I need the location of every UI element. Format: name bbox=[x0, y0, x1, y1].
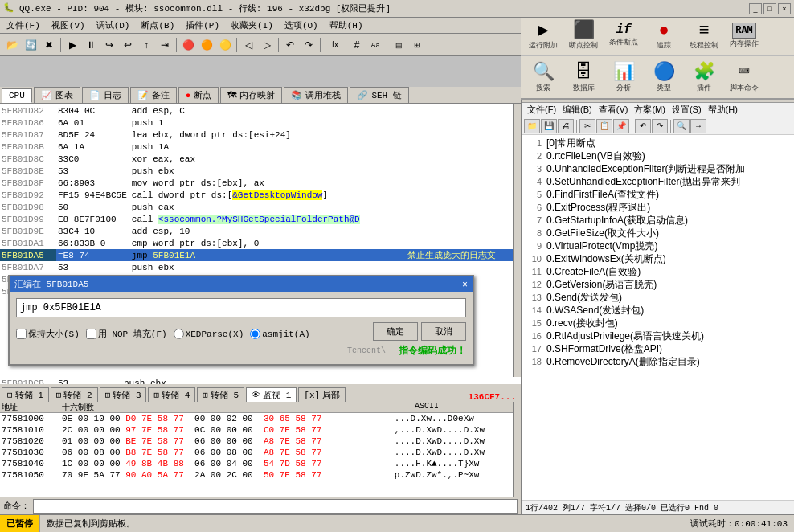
np-menu-scheme[interactable]: 方案(M) bbox=[631, 103, 669, 117]
bottom-tab-dump2[interactable]: ⊞ 转储 2 bbox=[51, 387, 98, 402]
np-menu-view[interactable]: 查看(V) bbox=[596, 103, 632, 117]
table-row[interactable]: 77581030 06 00 08 00 B8 7E 58 77 06 00 0… bbox=[0, 447, 513, 458]
btn-analyze[interactable]: 📊 分析 bbox=[604, 59, 643, 96]
dialog-cancel-button[interactable]: 取消 bbox=[421, 322, 466, 341]
table-row[interactable]: 77581050 70 9E 5A 77 90 A0 5A 77 2A 00 2… bbox=[0, 469, 513, 481]
nop-fill-checkbox[interactable] bbox=[86, 329, 96, 339]
tencent-note: Tencent\ bbox=[347, 346, 386, 355]
btn-script[interactable]: ⌨ 脚本命令 bbox=[725, 59, 763, 96]
table-row[interactable]: 5FB01D98 50 push eax bbox=[0, 201, 513, 213]
np-tb-find[interactable]: 🔍 bbox=[673, 119, 690, 133]
btn-search[interactable]: 🔍 搜索 bbox=[524, 59, 563, 96]
bottom-tab-locals[interactable]: [x] 局部 bbox=[298, 387, 346, 402]
dc-hex: 83C4 10 bbox=[56, 225, 129, 237]
np-menu-file[interactable]: 文件(F) bbox=[524, 103, 559, 117]
table-row[interactable]: 5FB01D8F 66:8903 mov word ptr ds:[ebx], … bbox=[0, 177, 513, 189]
table-row[interactable]: 77581010 2C 00 00 00 97 7E 58 77 0C 00 0… bbox=[0, 424, 513, 436]
cpu-tab-label: CPU bbox=[9, 91, 25, 100]
hex-scrollbar[interactable] bbox=[513, 402, 521, 497]
np-tb-save[interactable]: 💾 bbox=[541, 119, 557, 133]
tab-seh[interactable]: 🔗 SEH 链 bbox=[350, 87, 408, 103]
command-input[interactable] bbox=[33, 499, 518, 514]
btn-type[interactable]: 🔵 类型 bbox=[645, 59, 683, 96]
btn-trace[interactable]: ● 追踪 bbox=[645, 20, 683, 53]
table-row[interactable]: 5FB01D86 6A 01 push 1 bbox=[0, 117, 513, 129]
table-row[interactable]: 77581000 0E 00 10 00 D0 7E 58 77 00 00 0… bbox=[0, 413, 513, 424]
table-row[interactable]: 77581040 1C 00 00 00 49 8B 4B 88 06 00 0… bbox=[0, 458, 513, 469]
keep-size-checkbox[interactable] bbox=[16, 329, 27, 339]
asmjit-radio[interactable] bbox=[250, 329, 260, 339]
close-button[interactable]: × bbox=[778, 3, 791, 14]
btn-cond-bp[interactable]: if 条件断点 bbox=[604, 20, 643, 53]
table-row[interactable]: 77581020 01 00 00 00 BE 7E 58 77 06 00 0… bbox=[0, 436, 513, 447]
trace-label: 追踪 bbox=[657, 40, 671, 51]
asmjit-option[interactable]: asmjit(A) bbox=[250, 329, 309, 339]
xedparse-label: XEDParse(X) bbox=[186, 329, 244, 339]
dump1-icon: ⊞ bbox=[7, 390, 13, 400]
np-tb-redo[interactable]: ↷ bbox=[652, 119, 668, 133]
nop-fill-option[interactable]: 用 NOP 填充(F) bbox=[86, 328, 167, 340]
btn-plugin[interactable]: 🧩 插件 bbox=[685, 59, 723, 96]
np-menu-settings[interactable]: 设置(S) bbox=[669, 103, 705, 117]
np-tb-folder[interactable]: 📁 bbox=[524, 119, 540, 133]
btn-thread-ctrl[interactable]: ≡ 线程控制 bbox=[685, 20, 723, 53]
btn-bp-control[interactable]: ⬛ 断点控制 bbox=[564, 20, 603, 53]
keep-size-option[interactable]: 保持大小(S) bbox=[16, 328, 80, 340]
btn-database[interactable]: 🗄 数据库 bbox=[564, 59, 603, 96]
status-time: 调试耗时：0:00:41:03 bbox=[684, 518, 794, 530]
dialog-close-button[interactable]: × bbox=[462, 279, 468, 290]
bottom-tab-watch1[interactable]: 👁 监视 1 bbox=[246, 387, 297, 402]
table-row[interactable]: 5FB01D92 FF15 94E4BC5E call dword ptr ds… bbox=[0, 189, 513, 201]
btn-run-attach[interactable]: ▶ 运行附加 bbox=[524, 20, 563, 53]
np-tb-undo[interactable]: ↶ bbox=[635, 119, 651, 133]
mem-op-label: 内存操作 bbox=[730, 39, 759, 49]
bottom-tab-dump5[interactable]: ⊞ 转储 5 bbox=[197, 387, 244, 402]
bottom-tab-dump4[interactable]: ⊞ 转储 4 bbox=[148, 387, 195, 402]
notepad-content[interactable]: 1 [0]常用断点 2 0.rtcFileLen(VB自效验) 3 0.Unha… bbox=[522, 135, 794, 500]
table-row-selected[interactable]: 5FB01DA5 =E8 74 jmp 5FB01E1A 禁止生成庞大的日志文 bbox=[0, 249, 513, 261]
btn-mem-op[interactable]: RAM 内存操作 bbox=[725, 20, 763, 53]
minimize-button[interactable]: _ bbox=[749, 3, 762, 14]
maximize-button[interactable]: □ bbox=[763, 3, 776, 14]
tab-memory[interactable]: 🗺 内存映射 bbox=[220, 87, 282, 103]
table-row[interactable]: 5FB01D8B 6A 1A push 1A bbox=[0, 141, 513, 153]
table-row[interactable]: 5FB01D9E 83C4 10 add esp, 10 bbox=[0, 225, 513, 237]
np-linenum-18: 18 bbox=[526, 357, 542, 366]
np-tb-sep2 bbox=[632, 120, 632, 133]
tab-graph[interactable]: 📈 图表 bbox=[34, 87, 80, 103]
tab-callstack[interactable]: 📚 调用堆栈 bbox=[284, 87, 348, 103]
tab-notes[interactable]: 📝 备注 bbox=[130, 87, 177, 103]
hex-addr-display: 136CF7... bbox=[469, 392, 519, 402]
dump5-label: 转储 5 bbox=[211, 389, 239, 401]
np-tb-print[interactable]: 🖨 bbox=[558, 119, 574, 133]
dialog-confirm-button[interactable]: 确定 bbox=[373, 322, 418, 341]
np-menu-edit[interactable]: 编辑(B) bbox=[559, 103, 596, 117]
table-row[interactable]: 5FB01D87 8D5E 24 lea ebx, dword ptr ds:[… bbox=[0, 129, 513, 141]
np-tb-copy[interactable]: 📋 bbox=[596, 119, 612, 133]
table-row[interactable]: 5FB01DA1 66:833B 0 cmp word ptr ds:[ebx]… bbox=[0, 237, 513, 249]
np-menu-help[interactable]: 帮助(H) bbox=[705, 103, 741, 117]
asm-input[interactable] bbox=[16, 298, 466, 317]
table-row[interactable]: 5FB01D82 8304 0C add esp, C bbox=[0, 104, 513, 117]
bottom-tab-dump3[interactable]: ⊞ 转储 3 bbox=[100, 387, 147, 402]
graph-tab-label: 图表 bbox=[55, 89, 73, 101]
seh-icon: 🔗 bbox=[357, 90, 368, 100]
tab-cpu[interactable]: CPU bbox=[2, 88, 32, 103]
disasm-scrollbar[interactable] bbox=[513, 104, 521, 383]
hex-dump-scroll[interactable]: 地址 十六制数 ASCII 77581000 0E 00 10 00 D0 7E… bbox=[0, 402, 513, 497]
xedparse-radio[interactable] bbox=[174, 329, 184, 339]
xedparse-option[interactable]: XEDParse(X) bbox=[174, 329, 244, 339]
np-linenum-3: 3 bbox=[526, 164, 542, 174]
table-row[interactable]: 5FB01DA7 53 push ebx bbox=[0, 261, 513, 273]
tab-log[interactable]: 📄 日志 bbox=[82, 87, 129, 103]
dc-addr: 5FB01D8F bbox=[0, 177, 56, 189]
tab-breakpoints[interactable]: ● 断点 bbox=[178, 87, 219, 103]
dc-addr: 5FB01D8E bbox=[0, 165, 56, 177]
np-tb-goto[interactable]: → bbox=[690, 119, 706, 133]
table-row[interactable]: 5FB01D99 E8 8E7F0100 call <ssocommon.?My… bbox=[0, 213, 513, 225]
np-tb-paste[interactable]: 📌 bbox=[613, 119, 629, 133]
np-tb-cut[interactable]: ✂ bbox=[579, 119, 596, 133]
bottom-tab-dump1[interactable]: ⊞ 转储 1 bbox=[2, 387, 49, 402]
table-row[interactable]: 5FB01D8C 33C0 xor eax, eax bbox=[0, 153, 513, 165]
table-row[interactable]: 5FB01D8E 53 push ebx bbox=[0, 165, 513, 177]
